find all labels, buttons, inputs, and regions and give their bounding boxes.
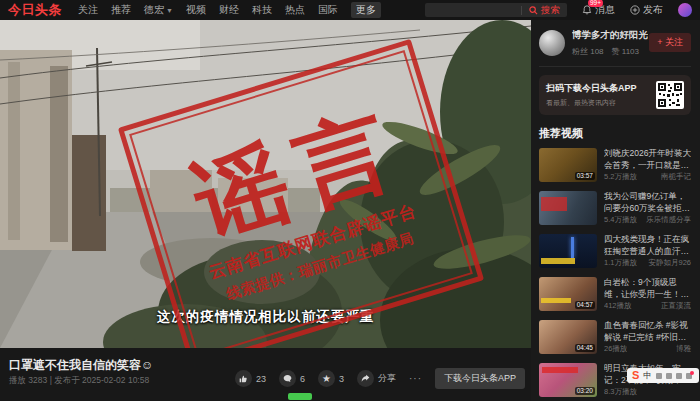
video-meta: 播放 3283 | 发布于 2025-02-02 10:58 <box>9 375 149 387</box>
messages-badge: 99+ <box>588 0 603 7</box>
nav-more[interactable]: 更多 <box>351 2 381 18</box>
uploader-avatar[interactable] <box>539 30 565 56</box>
comment-button[interactable]: 6 <box>279 370 305 387</box>
qr-banner-title: 扫码下载今日头条APP <box>546 82 656 95</box>
video-thumbnail[interactable]: 03:20 <box>539 363 597 397</box>
nav-follow[interactable]: 关注 <box>78 3 98 17</box>
top-nav-bar: 今日头条 关注 推荐 德宏▼ 视频 财经 科技 热点 国际 更多 搜索 <box>0 0 700 20</box>
play-count: 412播放 <box>604 301 632 311</box>
video-item-title: 刘晓庆2026开年时装大会首秀，一开口就是凡尔赛，台下笑声不断 <box>604 148 691 171</box>
main-nav: 关注 推荐 德宏▼ 视频 财经 科技 热点 国际 更多 <box>78 2 381 18</box>
plus-circle-icon <box>630 5 640 15</box>
nav-finance[interactable]: 财经 <box>219 3 239 17</box>
sogou-logo: S <box>632 370 639 381</box>
nav-tech[interactable]: 科技 <box>252 3 272 17</box>
like-button[interactable]: 23 <box>235 370 266 387</box>
comment-icon <box>283 374 292 383</box>
share-icon <box>361 374 370 383</box>
nav-recommend[interactable]: 推荐 <box>111 3 131 17</box>
video-thumbnail[interactable]: 04:57 <box>539 277 597 311</box>
user-avatar[interactable] <box>678 3 692 17</box>
publish-button[interactable]: 发布 <box>630 3 663 17</box>
recommended-videos-heading: 推荐视频 <box>539 126 691 141</box>
qr-banner-subtitle: 看最新、最热资讯内容 <box>546 98 656 108</box>
video-author: 安静如月926 <box>648 258 691 268</box>
video-thumbnail[interactable] <box>539 234 597 268</box>
chevron-down-icon: ▼ <box>166 7 173 14</box>
search-box: 搜索 <box>425 3 567 17</box>
video-list-item[interactable]: 04:57 白岩松：9个顶级思维，让你受用一生！认真听完这些思维会逆袭改变 41… <box>539 277 691 311</box>
ime-language-toggle[interactable]: 中 <box>643 371 652 380</box>
uploader-name[interactable]: 博学多才的好阳光 <box>572 29 648 42</box>
play-count: 1.1万播放 <box>604 258 637 268</box>
video-info-bar: 口罩遮不住我自信的笑容☺ 播放 3283 | 发布于 2025-02-02 10… <box>0 348 531 401</box>
header-right-cluster: 搜索 99+ 消息 发布 <box>425 3 692 17</box>
sidebar-divider <box>539 66 691 67</box>
ime-pen-icon[interactable] <box>656 373 662 379</box>
download-app-button[interactable]: 下载今日头条APP <box>435 368 525 389</box>
video-list-item[interactable]: 四大残类现身！正在疯狂掏空普通人的血汗钱！ 1.1万播放安静如月926 <box>539 234 691 268</box>
uploader-fans: 粉丝 108 <box>572 46 604 57</box>
video-item-title: 血色青春回忆杀 #影视解说 #已完结 #怀旧经典剧 <box>604 320 691 343</box>
video-author: 乐乐情感分享 <box>646 215 691 225</box>
qr-download-banner[interactable]: 扫码下载今日头条APP 看最新、最热资讯内容 <box>539 75 691 115</box>
video-author: 博雅 <box>676 344 691 354</box>
play-count: 5.4万播放 <box>604 215 637 225</box>
video-actions: 23 6 ★ 3 分享 ··· 下载今日头条APP <box>235 368 525 389</box>
play-count: 26播放 <box>604 344 627 354</box>
toutiao-logo[interactable]: 今日头条 <box>8 1 62 19</box>
video-item-title: 白岩松：9个顶级思维，让你受用一生！认真听完这些思维会逆袭改变 <box>604 277 691 300</box>
ime-keyboard-icon[interactable] <box>676 373 682 379</box>
search-button[interactable]: 搜索 <box>522 4 567 17</box>
nav-video[interactable]: 视频 <box>186 3 206 17</box>
play-count: 8.3万播放 <box>604 387 637 397</box>
search-icon <box>529 6 538 15</box>
play-count: 5.2万播放 <box>604 172 637 182</box>
uploader-card: 博学多才的好阳光 粉丝 108 赞 1103 + 关注 <box>539 29 691 57</box>
duration-badge: 03:57 <box>575 172 595 180</box>
follow-button[interactable]: + 关注 <box>649 33 691 52</box>
share-button[interactable]: 分享 <box>357 370 396 387</box>
toutiao-video-page: 今日头条 关注 推荐 德宏▼ 视频 财经 科技 热点 国际 更多 搜索 <box>0 0 700 401</box>
nav-world[interactable]: 国际 <box>318 3 338 17</box>
video-item-title: 四大残类现身！正在疯狂掏空普通人的血汗钱！ <box>604 234 691 257</box>
duration-badge: 04:45 <box>575 344 595 352</box>
duration-badge: 04:57 <box>575 301 595 309</box>
qr-code <box>656 81 684 109</box>
video-thumbnail[interactable]: 04:45 <box>539 320 597 354</box>
video-title: 口罩遮不住我自信的笑容☺ <box>9 357 153 374</box>
video-player[interactable]: 这次的疫情情况相比以前还要严重 谣言 云南省互联网联合辟谣平台 线索提供：瑞丽市… <box>0 20 531 348</box>
more-actions-button[interactable]: ··· <box>409 373 422 384</box>
rumor-stamp-source: 线索提供：瑞丽市卫生健康局 <box>224 229 416 304</box>
rumor-stamp-text: 谣言 <box>185 100 415 250</box>
favorite-button[interactable]: ★ 3 <box>318 370 344 387</box>
video-list-item[interactable]: 我为公司赚9亿订单，问要分60万奖金被拒，我选择辞职离职。 5.4万播放乐乐情感… <box>539 191 691 225</box>
rumor-stamp-platform: 云南省互联网联合辟谣平台 <box>206 199 419 284</box>
video-author: 南栀手记 <box>661 172 691 182</box>
thumbs-up-icon <box>239 374 248 383</box>
ime-toolbar[interactable]: S 中 <box>627 368 699 383</box>
video-author: 正直溪流 <box>661 301 691 311</box>
video-list-item[interactable]: 03:57 刘晓庆2026开年时装大会首秀，一开口就是凡尔赛，台下笑声不断 5.… <box>539 148 691 182</box>
sidebar: 博学多才的好阳光 粉丝 108 赞 1103 + 关注 扫码下载今日头条APP … <box>531 20 700 401</box>
ime-toolbox-icon[interactable] <box>686 373 692 379</box>
nav-hot[interactable]: 热点 <box>285 3 305 17</box>
star-icon: ★ <box>322 374 331 384</box>
search-input[interactable] <box>425 5 521 15</box>
uploader-likes: 赞 1103 <box>612 46 639 57</box>
messages-button[interactable]: 99+ 消息 <box>582 3 615 17</box>
video-item-title: 我为公司赚9亿订单，问要分60万奖金被拒，我选择辞职离职。 <box>604 191 691 214</box>
video-thumbnail[interactable] <box>539 191 597 225</box>
ime-mic-icon[interactable] <box>666 373 672 379</box>
nav-local[interactable]: 德宏▼ <box>144 3 173 17</box>
video-list-item[interactable]: 04:45 血色青春回忆杀 #影视解说 #已完结 #怀旧经典剧 26播放博雅 <box>539 320 691 354</box>
duration-badge: 03:20 <box>575 387 595 395</box>
green-indicator <box>288 393 312 400</box>
video-thumbnail[interactable]: 03:57 <box>539 148 597 182</box>
